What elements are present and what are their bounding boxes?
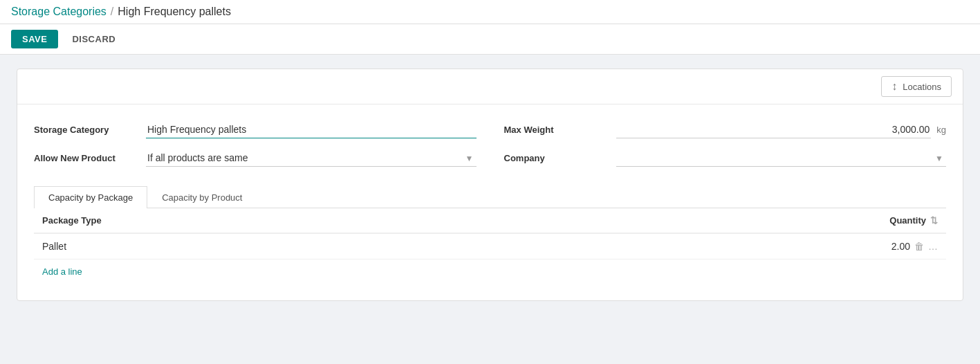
allow-new-product-select[interactable]: If all products are same If all products… (146, 149, 477, 167)
quantity-value: 2.00 (891, 241, 910, 252)
form-fields: Storage Category Max Weight kg Allow New… (34, 121, 946, 167)
max-weight-input[interactable] (616, 121, 932, 138)
col-package-type: Package Type (34, 208, 526, 233)
storage-category-input[interactable] (146, 121, 477, 138)
tab-capacity-by-product[interactable]: Capacity by Product (147, 186, 257, 208)
card-top-bar: ↕ Locations (17, 69, 963, 104)
add-line-button[interactable]: Add a line (42, 266, 82, 277)
max-weight-field: Max Weight kg (504, 121, 947, 138)
locations-button-label: Locations (903, 82, 941, 92)
locations-button[interactable]: ↕ Locations (881, 76, 952, 97)
company-input[interactable] (616, 149, 947, 167)
breadcrumb-parent-link[interactable]: Storage Categories (11, 6, 107, 18)
allow-new-product-label: Allow New Product (34, 153, 138, 163)
max-weight-label: Max Weight (504, 125, 608, 135)
form-body: Storage Category Max Weight kg Allow New… (17, 104, 963, 300)
discard-button[interactable]: DISCARD (64, 30, 124, 48)
col-quantity: Quantity ⇅ (526, 208, 946, 233)
main-content: ↕ Locations Storage Category Max Weight (0, 55, 980, 315)
locations-icon: ↕ (891, 80, 897, 93)
breadcrumb-separator: / (111, 6, 113, 18)
save-button[interactable]: SAVE (11, 30, 58, 48)
breadcrumb: Storage Categories / High Frequency pall… (0, 0, 980, 24)
toolbar: SAVE DISCARD (0, 24, 980, 55)
weight-unit: kg (936, 125, 946, 135)
allow-new-product-field: Allow New Product If all products are sa… (34, 149, 477, 167)
cell-package-type: Pallet (34, 233, 526, 260)
table-header-row: Package Type Quantity ⇅ (34, 208, 946, 233)
sort-icon[interactable]: ⇅ (930, 215, 938, 226)
storage-category-label: Storage Category (34, 125, 138, 135)
form-card: ↕ Locations Storage Category Max Weight (17, 69, 963, 301)
company-label: Company (504, 153, 608, 163)
storage-category-field: Storage Category (34, 121, 477, 138)
tabs: Capacity by Package Capacity by Product (34, 186, 946, 208)
table-container: Package Type Quantity ⇅ Pallet (34, 208, 946, 284)
tab-capacity-by-package[interactable]: Capacity by Package (34, 186, 147, 208)
company-field: Company ▼ (504, 149, 947, 167)
table-row: Pallet 2.00 🗑 … (34, 233, 946, 260)
row-menu-icon[interactable]: … (928, 241, 938, 252)
delete-row-icon[interactable]: 🗑 (914, 241, 924, 252)
cell-quantity: 2.00 🗑 … (526, 233, 946, 260)
breadcrumb-current: High Frequency pallets (118, 6, 231, 18)
capacity-table: Package Type Quantity ⇅ Pallet (34, 208, 946, 260)
